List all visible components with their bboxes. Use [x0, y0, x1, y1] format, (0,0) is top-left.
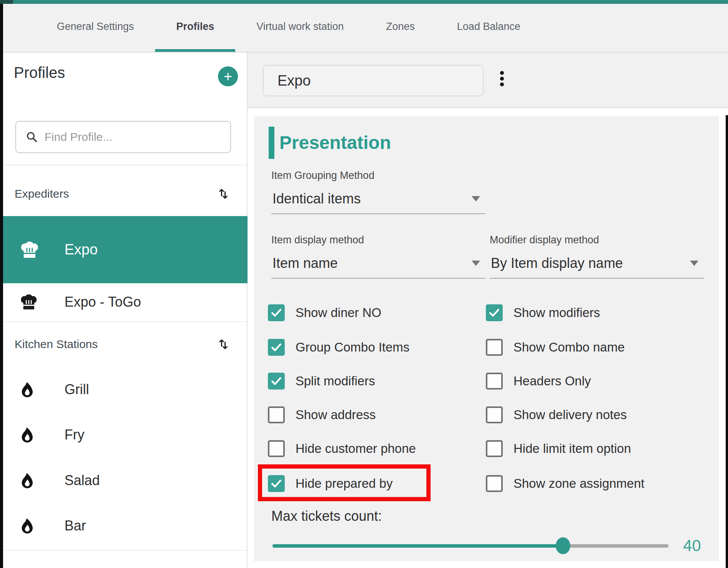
- divider: [3, 165, 248, 165]
- sort-icon[interactable]: [216, 337, 230, 351]
- sidebar-item-salad[interactable]: Salad: [3, 463, 248, 498]
- chevron-down-icon: [472, 261, 480, 266]
- checkbox-label: Group Combo Items: [295, 340, 409, 355]
- item-display-value: Item name: [271, 255, 338, 271]
- max-tickets-label: Max tickets count:: [271, 508, 382, 524]
- profiles-sidebar: Profiles + Find Profile... Expediters: [3, 53, 248, 568]
- checkbox-label: Show zone assignment: [513, 476, 644, 491]
- slider-fill: [272, 544, 563, 548]
- sidebar-item-label: Salad: [64, 472, 100, 489]
- checkbox-label: Hide limit item option: [513, 441, 631, 456]
- checkbox-hide-prepared-by[interactable]: Hide prepared by: [268, 475, 393, 492]
- modifier-display-value: By Item display name: [490, 255, 623, 271]
- tab-load-balance[interactable]: Load Balance: [436, 4, 541, 52]
- sidebar-item-expo-togo[interactable]: Expo - ToGo: [3, 283, 248, 321]
- checkbox[interactable]: [486, 440, 503, 457]
- checkbox-label: Show delivery notes: [513, 408, 627, 422]
- check-icon: [488, 306, 501, 319]
- tab-virtual-work-station[interactable]: Virtual work station: [235, 4, 365, 52]
- sidebar-item-label: Expo - ToGo: [64, 294, 141, 310]
- checkbox[interactable]: [486, 304, 503, 321]
- window-left-border: [0, 4, 3, 568]
- tab-label: Profiles: [176, 21, 214, 33]
- checkbox-show-combo-name[interactable]: Show Combo name: [486, 339, 625, 356]
- tab-label: General Settings: [57, 21, 134, 33]
- sort-icon[interactable]: [216, 187, 230, 201]
- divider: [3, 321, 248, 322]
- chef-hat-icon: [18, 292, 39, 312]
- checkbox[interactable]: [486, 373, 503, 390]
- search-icon: [25, 130, 38, 144]
- item-display-select[interactable]: Item name: [271, 249, 485, 279]
- checkbox-show-modifiers[interactable]: Show modifiers: [486, 304, 600, 321]
- divider: [3, 550, 248, 551]
- item-display-label: Item display method: [271, 234, 364, 246]
- sidebar-item-expo[interactable]: Expo: [3, 216, 248, 283]
- settings-tab-bar: General Settings Profiles Virtual work s…: [3, 4, 728, 53]
- checkbox[interactable]: [268, 475, 285, 492]
- item-grouping-select[interactable]: Identical items: [271, 184, 485, 214]
- plus-icon: +: [224, 69, 232, 84]
- checkbox-label: Hide customer phone: [295, 441, 416, 456]
- profile-header-bar: Expo: [248, 53, 728, 108]
- chef-hat-icon: [18, 239, 41, 261]
- checkbox-show-address[interactable]: Show address: [268, 406, 376, 423]
- checkbox-label: Headers Only: [513, 374, 591, 388]
- checkbox-show-delivery-notes[interactable]: Show delivery notes: [486, 406, 627, 423]
- checkbox[interactable]: [268, 339, 285, 356]
- section-accent-bar: [269, 127, 274, 159]
- max-tickets-slider-thumb[interactable]: [556, 537, 570, 554]
- checkbox[interactable]: [268, 373, 285, 390]
- tab-zones[interactable]: Zones: [365, 4, 436, 52]
- tab-label: Zones: [386, 21, 415, 33]
- section-header-label: Expediters: [15, 187, 69, 200]
- kebab-menu-icon[interactable]: [500, 71, 504, 86]
- checkbox-show-diner-no[interactable]: Show diner NO: [268, 304, 381, 321]
- sidebar-item-label: Bar: [64, 518, 86, 534]
- item-grouping-value: Identical items: [271, 191, 361, 207]
- checkbox[interactable]: [268, 406, 285, 423]
- tab-profiles[interactable]: Profiles: [155, 4, 235, 52]
- modifier-display-select[interactable]: By Item display name: [490, 249, 704, 279]
- check-icon: [270, 477, 283, 490]
- sidebar-item-grill[interactable]: Grill: [3, 372, 248, 407]
- check-icon: [270, 375, 283, 388]
- checkbox-label: Show diner NO: [295, 305, 381, 320]
- chevron-down-icon: [472, 196, 480, 201]
- checkbox-show-zone-assignment[interactable]: Show zone assignment: [486, 475, 644, 492]
- profile-name-value: Expo: [277, 73, 311, 89]
- check-icon: [270, 306, 283, 319]
- checkbox[interactable]: [268, 440, 285, 457]
- checkbox[interactable]: [486, 475, 503, 492]
- item-grouping-label: Item Grouping Method: [271, 170, 375, 182]
- flame-icon: [18, 517, 36, 535]
- checkbox-split-modifiers[interactable]: Split modifiers: [268, 373, 375, 390]
- checkbox-hide-customer-phone[interactable]: Hide customer phone: [268, 440, 416, 457]
- sidebar-item-bar[interactable]: Bar: [3, 509, 248, 543]
- section-header-label: Kitchen Stations: [15, 338, 98, 351]
- checkbox-group-combo-items[interactable]: Group Combo Items: [268, 339, 409, 356]
- checkbox-hide-limit-item-option[interactable]: Hide limit item option: [486, 440, 631, 457]
- tab-label: Load Balance: [457, 21, 520, 33]
- chevron-down-icon: [690, 261, 698, 266]
- tab-label: Virtual work station: [256, 21, 344, 33]
- checkbox-headers-only[interactable]: Headers Only: [486, 373, 591, 390]
- max-tickets-slider-track[interactable]: [272, 544, 669, 548]
- flame-icon: [18, 472, 36, 489]
- window-top-strip-shadow: [0, 0, 13, 4]
- sidebar-item-label: Grill: [64, 381, 89, 398]
- window-top-strip: [0, 0, 728, 4]
- tab-general-settings[interactable]: General Settings: [36, 4, 155, 52]
- add-profile-button[interactable]: +: [218, 66, 238, 86]
- search-placeholder: Find Profile...: [45, 130, 112, 144]
- sidebar-item-label: Expo: [64, 241, 98, 258]
- checkbox[interactable]: [486, 339, 503, 356]
- flame-icon: [18, 381, 36, 398]
- profile-name-input[interactable]: Expo: [263, 65, 484, 96]
- sidebar-item-fry[interactable]: Fry: [3, 418, 248, 452]
- find-profile-input[interactable]: Find Profile...: [15, 121, 231, 153]
- checkbox[interactable]: [486, 406, 503, 423]
- check-icon: [270, 341, 283, 354]
- window-right-border: [726, 115, 728, 568]
- checkbox[interactable]: [268, 304, 285, 321]
